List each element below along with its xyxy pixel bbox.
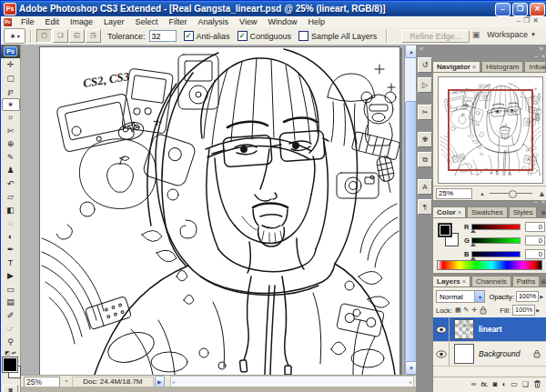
shape-tool[interactable]: ▭ (2, 283, 20, 297)
panel-close-icon[interactable]: × (541, 267, 545, 274)
delete-layer-icon[interactable] (533, 379, 541, 388)
tab-navigator[interactable]: Navigator× (432, 61, 480, 72)
minimize-button[interactable]: – (495, 3, 511, 16)
close-button[interactable]: ✕ (530, 3, 545, 16)
anti-alias-checkbox[interactable]: ✓ (184, 31, 194, 41)
marquee-tool[interactable]: ▢ (2, 72, 20, 85)
tool-presets-panel-button[interactable]: ✂ (418, 105, 432, 120)
actions-panel-button[interactable]: ▷ (418, 77, 432, 93)
tab-styles[interactable]: Styles (509, 206, 538, 217)
tab-close-icon[interactable]: × (472, 64, 476, 70)
subtract-from-selection-button[interactable]: ◱ (69, 29, 85, 43)
lock-all-icon[interactable] (480, 306, 487, 315)
canvas-artwork[interactable] (39, 46, 400, 376)
menu-layer[interactable]: Layer (98, 16, 130, 27)
doc-close-icon[interactable]: ✕ (532, 16, 541, 25)
tab-close-icon[interactable]: × (458, 209, 461, 216)
lock-position-icon[interactable]: ✛ (471, 307, 477, 314)
blue-value-field[interactable]: 0 (525, 249, 545, 259)
tolerance-input[interactable] (149, 30, 177, 42)
zoom-in-icon[interactable]: ▲ (538, 189, 546, 198)
tab-paths[interactable]: Paths (512, 276, 540, 286)
eraser-tool[interactable]: ▱ (2, 190, 20, 204)
title-bar[interactable]: Ps Adobe Photoshop CS3 Extended - [Real … (1, 1, 546, 16)
foreground-color-swatch[interactable] (3, 357, 17, 372)
fill-field[interactable]: 100% (512, 305, 535, 316)
panel-menu-icon[interactable]: ≣ (541, 278, 546, 286)
brush-tool[interactable]: ✎ (2, 151, 20, 165)
layer-group-icon[interactable]: ▭ (511, 380, 518, 388)
layer-name[interactable]: lineart (479, 325, 502, 334)
layer-thumbnail[interactable] (454, 344, 474, 364)
layer-thumbnail[interactable] (454, 319, 474, 339)
restore-button[interactable]: ❐ (512, 3, 528, 16)
adjustment-layer-icon[interactable]: ◐ (501, 380, 506, 388)
vertical-scroll-thumb[interactable] (405, 101, 416, 363)
panel-minimize-icon[interactable]: – (534, 267, 538, 274)
layer-mask-icon[interactable]: ◙ (493, 380, 498, 388)
menu-help[interactable]: Help (302, 16, 330, 27)
bridge-icon[interactable]: ▣ (472, 30, 480, 39)
red-value-field[interactable]: 0 (525, 222, 545, 232)
magic-wand-preset-button[interactable]: ✶ ▾ (4, 28, 25, 44)
scroll-up-icon[interactable]: ▲ (405, 45, 416, 58)
history-panel-button[interactable]: ↺ (418, 57, 432, 73)
navigator-zoom-field[interactable]: 25% (436, 188, 472, 199)
navigator-thumbnail[interactable] (438, 76, 543, 184)
type-tool[interactable]: T (2, 256, 20, 270)
blend-dropdown-icon[interactable]: ▾ (474, 291, 484, 302)
panel-menu-icon[interactable]: ≣ (541, 64, 546, 71)
menu-window[interactable]: Window (262, 16, 302, 27)
tab-histogram[interactable]: Histogram (481, 61, 523, 72)
panel-close-icon[interactable]: × (541, 198, 545, 205)
layer-row-background[interactable]: Background (433, 342, 546, 367)
new-layer-icon[interactable]: ❏ (522, 380, 529, 388)
lock-transparency-icon[interactable]: ▦ (455, 307, 461, 314)
magic-wand-tool[interactable]: ✶ (2, 98, 20, 112)
scroll-left-icon[interactable]: ◄ (171, 379, 176, 385)
tab-layers[interactable]: Layers× (432, 276, 470, 286)
panel-minimize-icon[interactable]: – (534, 198, 538, 205)
panel-menu-icon[interactable]: ≣ (541, 209, 546, 216)
tab-color[interactable]: Color× (432, 206, 466, 217)
menu-filter[interactable]: Filter (164, 16, 193, 27)
menu-image[interactable]: Image (65, 16, 98, 27)
eyedropper-tool[interactable]: ✐ (2, 309, 20, 323)
contiguous-checkbox[interactable]: ✓ (238, 31, 248, 41)
green-slider[interactable] (471, 237, 521, 244)
foreground-color-swatch[interactable] (438, 223, 452, 237)
add-to-selection-button[interactable]: ❏ (53, 29, 68, 43)
scroll-right-icon[interactable]: ► (409, 379, 413, 385)
refine-edge-button[interactable]: Refine Edge... (401, 30, 470, 43)
tab-swatches[interactable]: Swatches (467, 206, 508, 217)
tab-channels[interactable]: Channels (471, 276, 511, 286)
sample-all-layers-checkbox[interactable]: ✓ (298, 31, 308, 41)
path-selection-tool[interactable]: ▶ (2, 269, 20, 283)
clone-source-panel-button[interactable]: ⧉ (418, 152, 432, 167)
menu-file[interactable]: File (15, 16, 40, 27)
green-slider-thumb[interactable] (470, 243, 476, 246)
zoom-out-icon[interactable]: ▲ (480, 191, 485, 196)
visibility-toggle[interactable] (433, 317, 450, 341)
brushes-panel-button[interactable]: ✾ (418, 132, 432, 147)
canvas-area[interactable] (21, 45, 404, 375)
fill-arrow-icon[interactable]: ▶ (536, 307, 540, 313)
healing-brush-tool[interactable]: ⊕ (2, 137, 20, 151)
blue-slider-thumb[interactable] (470, 256, 476, 260)
character-panel-button[interactable]: A (418, 179, 432, 195)
document-window-controls[interactable]: –❐✕ (517, 16, 541, 25)
panel-minimize-icon[interactable]: – (534, 53, 538, 59)
zoom-tool[interactable]: ⚲ (2, 336, 20, 349)
blue-slider[interactable] (471, 251, 521, 257)
red-slider-thumb[interactable] (470, 229, 476, 233)
quick-mask-button[interactable]: ◙ (3, 385, 18, 392)
lock-pixels-icon[interactable]: ✎ (464, 307, 470, 314)
vertical-scrollbar[interactable]: ▲ ▼ (404, 45, 416, 375)
blur-tool[interactable]: ◌ (2, 216, 20, 230)
panel-close-icon[interactable]: × (541, 53, 545, 59)
menu-select[interactable]: Select (130, 16, 164, 27)
history-brush-tool[interactable]: ↶ (2, 177, 20, 191)
navigator-zoom-slider[interactable] (490, 193, 532, 194)
menu-edit[interactable]: Edit (40, 16, 66, 27)
slice-tool[interactable]: ✄ (2, 125, 20, 138)
